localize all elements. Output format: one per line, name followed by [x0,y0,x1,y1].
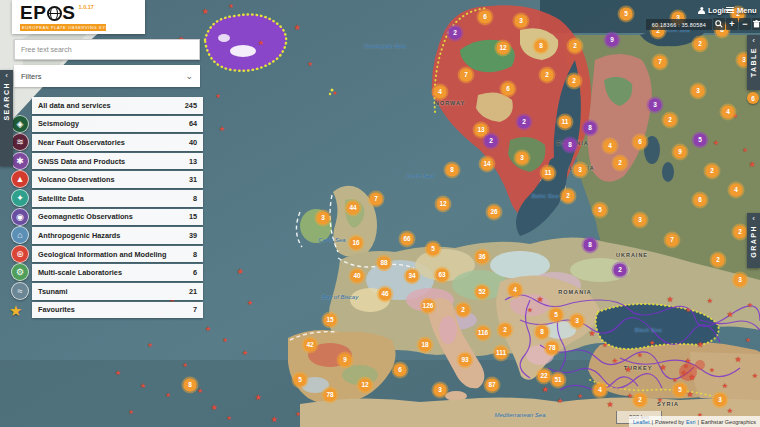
earthquake-marker[interactable]: ★ [242,349,248,356]
orange-cluster-marker[interactable]: 5 [672,382,689,399]
purple-cluster-marker[interactable]: 2 [483,133,500,150]
orange-cluster-marker[interactable]: 46 [377,286,394,303]
orange-cluster-marker[interactable]: 34 [404,268,421,285]
orange-cluster-marker[interactable]: 11 [540,165,557,182]
earthquake-marker[interactable]: ★ [236,268,243,276]
orange-cluster-marker[interactable]: 12 [495,40,512,57]
satellite-icon[interactable]: ✦ [11,189,29,207]
orange-cluster-marker[interactable]: 2 [632,392,649,409]
seismology-icon[interactable]: ◈ [11,115,29,133]
orange-cluster-marker[interactable]: 111 [493,345,510,362]
orange-cluster-marker[interactable]: 116 [475,325,492,342]
earthquake-marker[interactable]: ★ [557,397,563,404]
magnifier-icon[interactable] [713,18,725,30]
orange-cluster-marker[interactable]: 4 [602,138,619,155]
purple-cluster-marker[interactable]: 3 [647,97,664,114]
category-row-tsunami[interactable]: Tsunami21 [32,283,203,300]
orange-cluster-marker[interactable]: 8 [534,324,551,341]
earthquake-marker[interactable]: ★ [226,415,231,421]
earthquake-marker[interactable]: ★ [254,394,261,402]
purple-cluster-marker[interactable]: 8 [582,237,599,254]
earthquake-marker[interactable]: ★ [228,3,233,9]
earthquake-marker[interactable]: ★ [588,330,595,338]
purple-cluster-marker[interactable]: 9 [604,32,621,49]
category-row-anthropogenic-hazards[interactable]: Anthropogenic Hazards39 [32,227,203,244]
category-row-seismology[interactable]: Seismology64 [32,116,203,133]
orange-cluster-marker[interactable]: 3 [712,392,729,409]
earthquake-marker[interactable]: ★ [258,39,264,46]
earthquake-marker[interactable]: ★ [748,161,755,169]
orange-cluster-marker[interactable]: 126 [420,298,437,315]
orange-cluster-marker[interactable]: 4 [728,182,745,199]
earthquake-marker[interactable]: ★ [541,386,548,394]
table-panel-tab[interactable]: ‹ TABLE [747,35,760,90]
category-row-all-data-and-services[interactable]: All data and services245 [32,97,203,114]
orange-cluster-marker[interactable]: 7 [368,191,385,208]
category-row-gnss-data-and-products[interactable]: GNSS Data and Products13 [32,153,203,170]
favourites-star-icon[interactable]: ★ [9,303,22,318]
earthquake-marker[interactable]: ★ [165,392,170,398]
earthquake-marker[interactable]: ★ [182,362,187,368]
earthquake-marker[interactable]: ★ [115,369,121,376]
orange-cluster-marker[interactable]: 4 [592,382,609,399]
earthquake-marker[interactable]: ★ [140,382,146,389]
earthquake-marker[interactable]: ★ [683,363,688,369]
orange-cluster-marker[interactable]: 4 [432,84,449,101]
orange-cluster-marker[interactable]: 3 [432,382,449,399]
earthquake-marker[interactable]: ★ [657,397,662,403]
orange-cluster-marker[interactable]: 16 [348,235,365,252]
earthquake-marker[interactable]: ★ [659,364,666,372]
earthquake-marker[interactable]: ★ [713,139,719,146]
earthquake-marker[interactable]: ★ [247,299,253,306]
earthquake-marker[interactable]: ★ [709,367,714,373]
purple-cluster-marker[interactable]: 2 [516,114,533,131]
earthquake-marker[interactable]: ★ [726,311,733,319]
orange-cluster-marker[interactable]: 6 [392,362,409,379]
orange-cluster-marker[interactable]: 3 [315,210,332,227]
orange-cluster-marker[interactable]: 18 [417,337,434,354]
earthquake-marker[interactable]: ★ [685,307,690,313]
free-text-search-input[interactable] [14,39,200,60]
orange-cluster-marker[interactable]: 3 [632,212,649,229]
earthquake-marker[interactable]: ★ [210,404,217,412]
orange-cluster-marker[interactable]: 78 [544,340,561,357]
orange-cluster-marker[interactable]: 2 [497,322,514,339]
graph-panel-tab[interactable]: ‹ GRAPH [747,213,760,268]
earthquake-marker[interactable]: ★ [295,411,300,417]
category-row-satellite-data[interactable]: Satellite Data8 [32,190,203,207]
earthquake-marker[interactable]: ★ [606,401,613,409]
purple-cluster-marker[interactable]: 2 [447,25,464,42]
orange-cluster-marker[interactable]: 87 [484,377,501,394]
orange-cluster-marker[interactable]: 2 [662,112,679,129]
orange-cluster-marker[interactable]: 14 [479,156,496,173]
earthquake-marker[interactable]: ★ [624,366,631,374]
orange-cluster-marker[interactable]: 8 [182,377,199,394]
orange-cluster-marker[interactable]: 63 [434,267,451,284]
earthquake-marker[interactable]: ★ [745,337,750,343]
earthquake-marker[interactable]: ★ [696,341,703,349]
orange-cluster-marker[interactable]: 12 [435,196,452,213]
category-row-near-fault-observatories[interactable]: Near Fault Observatories40 [32,134,203,151]
earthquake-marker[interactable]: ★ [666,296,673,304]
orange-cluster-marker[interactable]: 2 [566,73,583,90]
orange-cluster-marker[interactable]: 36 [474,249,491,266]
epos-logo[interactable]: EPS 1.0.17 EUROPEAN PLATE OBSERVING SYST… [12,0,145,34]
orange-cluster-marker[interactable]: 12 [357,377,374,394]
orange-cluster-marker[interactable]: 11 [557,114,574,131]
earthquake-marker[interactable]: ★ [222,337,227,343]
orange-cluster-marker[interactable]: 4 [507,282,524,299]
orange-cluster-marker[interactable]: 3 [513,13,530,30]
orange-cluster-marker[interactable]: 26 [486,204,503,221]
orange-cluster-marker[interactable]: 52 [474,284,491,301]
geomagnetic-icon[interactable]: ◉ [11,208,29,226]
earthquake-marker[interactable]: ★ [307,61,312,67]
orange-cluster-marker[interactable]: 6 [500,81,517,98]
earthquake-marker[interactable]: ★ [128,409,133,415]
orange-cluster-marker[interactable]: 7 [652,54,669,71]
orange-cluster-marker[interactable]: 8 [444,162,461,179]
earthquake-marker[interactable]: ★ [215,93,220,99]
orange-cluster-marker[interactable]: 78 [322,387,339,404]
orange-cluster-marker[interactable]: 8 [533,38,550,55]
orange-cluster-marker[interactable]: 3 [690,83,707,100]
earthquake-marker[interactable]: ★ [649,339,655,346]
